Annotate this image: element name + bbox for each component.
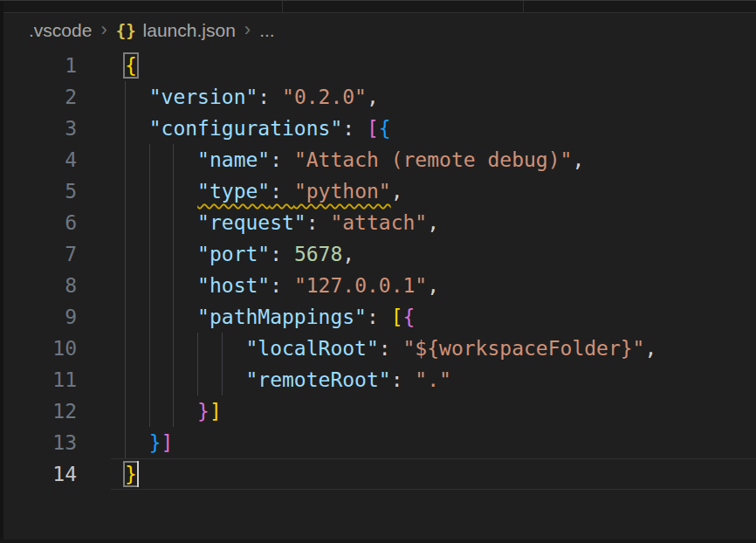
code-text[interactable]: "configurations": [{ [87, 113, 756, 144]
code-token: "name" [197, 148, 270, 171]
code-token: "pathMappings" [197, 306, 367, 328]
code-token: } [197, 400, 210, 423]
line-number[interactable]: 12 [0, 395, 87, 427]
code-token: "attach" [330, 211, 427, 234]
code-line: 13 }] [0, 427, 756, 458]
code-area[interactable]: 1{2 "version": "0.2.0",3 "configurations… [0, 48, 756, 490]
breadcrumb-symbol[interactable]: ... [259, 20, 275, 41]
indent-guide [149, 333, 150, 364]
code-token: "python" [294, 180, 391, 203]
indent-guide [125, 144, 126, 175]
breadcrumb: .vscode › {}launch.json › ... [0, 13, 756, 48]
line-number[interactable]: 5 [0, 175, 87, 207]
code-token: [ [367, 117, 379, 140]
indent-guide [173, 395, 174, 427]
code-token: , [572, 148, 584, 171]
indent-guide [173, 238, 174, 270]
code-token: "remoteRoot" [245, 368, 390, 391]
code-text[interactable]: }] [87, 427, 756, 458]
line-number[interactable]: 14 [0, 458, 87, 490]
code-line: 6 "request": "attach", [0, 207, 756, 238]
vscode-editor-window: .vscode › {}launch.json › ... 1{2 "versi… [0, 0, 756, 543]
indent-guide [149, 207, 150, 238]
code-text[interactable]: "type": "python", [87, 175, 756, 207]
code-token: : [270, 148, 294, 171]
line-number[interactable]: 6 [0, 207, 87, 238]
indent-guide [125, 238, 126, 270]
code-token [125, 274, 197, 297]
code-text[interactable]: }] [87, 395, 756, 427]
code-token: : [270, 274, 294, 297]
code-token: "${workspaceFolder}" [403, 337, 645, 360]
line-number[interactable]: 3 [0, 113, 87, 144]
indent-guide [125, 427, 126, 458]
code-token: "Attach (remote debug)" [294, 148, 573, 171]
json-braces-icon: {} [116, 21, 136, 40]
code-line: 2 "version": "0.2.0", [0, 81, 756, 113]
code-token: : [391, 368, 416, 391]
code-text[interactable]: "port": 5678, [87, 238, 756, 270]
code-token: : [258, 86, 282, 108]
indent-guide [197, 364, 198, 395]
code-token: [ [391, 306, 403, 328]
line-number[interactable]: 2 [0, 81, 87, 113]
code-line: 12 }] [0, 395, 756, 427]
indent-guide [125, 270, 126, 301]
matched-bracket: } [125, 463, 137, 485]
code-token [125, 117, 149, 140]
code-token: : [379, 337, 403, 360]
indent-guide [149, 270, 150, 301]
code-token: "port" [197, 243, 270, 265]
code-token: : [270, 180, 294, 203]
indent-guide [222, 364, 223, 395]
code-token: ] [210, 400, 222, 423]
line-number[interactable]: 9 [0, 301, 87, 333]
code-line: 3 "configurations": [{ [0, 113, 756, 144]
code-token: , [342, 243, 354, 265]
code-token [125, 400, 197, 423]
code-token [125, 180, 197, 203]
code-token: : [270, 243, 294, 265]
breadcrumb-file[interactable]: {}launch.json [116, 20, 236, 41]
code-token: "localRoot" [245, 337, 378, 360]
indent-guide [125, 207, 126, 238]
code-text[interactable]: "host": "127.0.0.1", [87, 270, 756, 301]
code-token: "127.0.0.1" [294, 274, 427, 297]
code-line: 5 "type": "python", [0, 175, 756, 207]
line-number[interactable]: 13 [0, 427, 87, 458]
code-token: "request" [197, 211, 306, 234]
line-number[interactable]: 8 [0, 270, 87, 301]
chevron-right-icon: › [100, 18, 107, 41]
code-line: 4 "name": "Attach (remote debug)", [0, 144, 756, 175]
breadcrumb-folder[interactable]: .vscode [29, 20, 92, 41]
indent-guide [125, 301, 126, 333]
line-number[interactable]: 4 [0, 144, 87, 175]
code-token [125, 211, 197, 234]
indent-guide [149, 144, 150, 175]
code-text[interactable]: "localRoot": "${workspaceFolder}", [87, 333, 756, 364]
code-text[interactable]: } [87, 458, 756, 490]
line-number[interactable]: 7 [0, 238, 87, 270]
code-text[interactable]: "remoteRoot": "." [87, 364, 756, 395]
code-token: "0.2.0" [282, 86, 367, 108]
indent-guide [173, 207, 174, 238]
indent-guide [125, 333, 126, 364]
tab-strip[interactable] [0, 1, 756, 13]
line-number[interactable]: 11 [0, 364, 87, 395]
code-token: { [379, 117, 391, 140]
code-text[interactable]: "version": "0.2.0", [87, 81, 756, 113]
code-text[interactable]: "request": "attach", [87, 207, 756, 238]
indent-guide [173, 270, 174, 301]
tab-divider [282, 1, 283, 12]
chevron-right-icon: › [244, 18, 251, 41]
code-token: : [306, 211, 331, 234]
code-token: "." [415, 368, 451, 391]
code-token: , [391, 180, 403, 203]
code-text[interactable]: { [87, 50, 756, 81]
code-text[interactable]: "pathMappings": [{ [87, 301, 756, 333]
code-text[interactable]: "name": "Attach (remote debug)", [87, 144, 756, 175]
line-number[interactable]: 10 [0, 333, 87, 364]
line-number[interactable]: 1 [0, 50, 87, 81]
code-token: : [342, 117, 367, 140]
code-token: "version" [149, 86, 258, 108]
